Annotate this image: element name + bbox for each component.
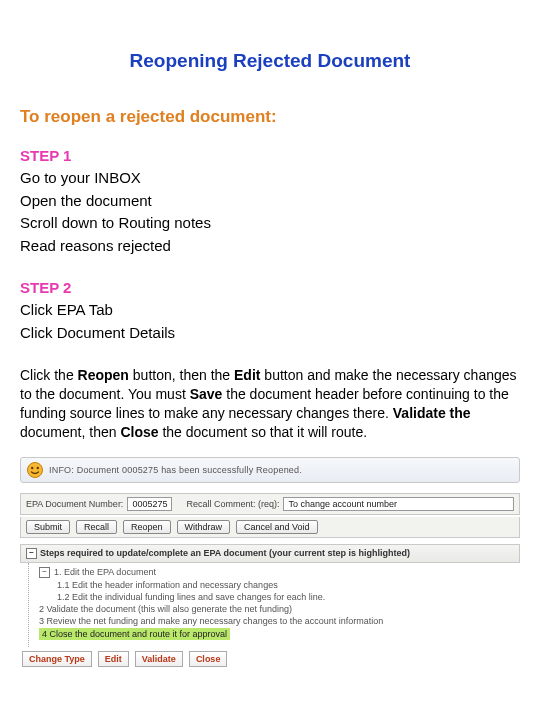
docnum-label: EPA Document Number: [26, 499, 123, 509]
validate-button[interactable]: Validate [135, 651, 183, 667]
step-1-label: STEP 1 [20, 147, 520, 164]
withdraw-button[interactable]: Withdraw [177, 520, 231, 534]
page-title: Reopening Rejected Document [20, 50, 520, 72]
tree-text: 1.1 Edit the header information and nece… [57, 580, 278, 590]
step-1-line: Open the document [20, 190, 520, 213]
step-2-line: Click Document Details [20, 322, 520, 345]
tree-text: 1.2 Edit the individual funding lines an… [57, 592, 325, 602]
step-1-line: Read reasons rejected [20, 235, 520, 258]
tree-item: 1.1 Edit the header information and nece… [57, 579, 520, 591]
para-text: the document so that it will route. [159, 424, 368, 440]
tree-text-highlight: 4 Close the document and route it for ap… [39, 628, 230, 640]
recall-button[interactable]: Recall [76, 520, 117, 534]
info-bar: INFO: Document 0005275 has been successf… [20, 457, 520, 483]
para-text: document, then [20, 424, 120, 440]
steps-tree: − 1. Edit the EPA document 1.1 Edit the … [28, 563, 520, 647]
form-row-docnum: EPA Document Number: 0005275 Recall Comm… [20, 493, 520, 515]
para-bold: Validate the [393, 405, 471, 421]
close-button[interactable]: Close [189, 651, 228, 667]
smiley-icon [27, 462, 43, 478]
tree-item-highlighted: 4 Close the document and route it for ap… [39, 627, 520, 641]
step-1-line: Go to your INBOX [20, 167, 520, 190]
instruction-paragraph: Click the Reopen button, then the Edit b… [20, 366, 520, 442]
screenshot-mock: INFO: Document 0005275 has been successf… [20, 457, 520, 667]
tree-text: 1. Edit the EPA document [54, 567, 156, 577]
tree-item: 3 Review the net funding and make any ne… [39, 615, 520, 627]
bottom-button-row: Change Type Edit Validate Close [20, 647, 520, 667]
para-text: Click the [20, 367, 78, 383]
recall-label: Recall Comment: (req): [186, 499, 279, 509]
steps-header-text: Steps required to update/complete an EPA… [40, 548, 410, 558]
step-1-line: Scroll down to Routing notes [20, 212, 520, 235]
docnum-field[interactable]: 0005275 [127, 497, 172, 511]
tree-text: 2 Validate the document (this will also … [39, 604, 292, 614]
tree-item: − 1. Edit the EPA document [39, 566, 520, 579]
cancel-void-button[interactable]: Cancel and Void [236, 520, 318, 534]
svg-point-2 [37, 466, 39, 468]
button-row: Submit Recall Reopen Withdraw Cancel and… [20, 517, 520, 538]
tree-item: 1.2 Edit the individual funding lines an… [57, 591, 520, 603]
collapse-icon[interactable]: − [39, 567, 50, 578]
svg-point-1 [31, 466, 33, 468]
collapse-icon[interactable]: − [26, 548, 37, 559]
reopen-button[interactable]: Reopen [123, 520, 171, 534]
steps-header: − Steps required to update/complete an E… [20, 544, 520, 563]
info-text: INFO: Document 0005275 has been successf… [49, 465, 302, 475]
submit-button[interactable]: Submit [26, 520, 70, 534]
para-bold: Save [190, 386, 223, 402]
tree-item: 2 Validate the document (this will also … [39, 603, 520, 615]
step-2-block: STEP 2 Click EPA Tab Click Document Deta… [20, 279, 520, 344]
para-text: button, then the [129, 367, 234, 383]
svg-point-0 [28, 462, 43, 477]
change-type-button[interactable]: Change Type [22, 651, 92, 667]
step-2-label: STEP 2 [20, 279, 520, 296]
step-1-block: STEP 1 Go to your INBOX Open the documen… [20, 147, 520, 257]
section-subtitle: To reopen a rejected document: [20, 107, 520, 127]
step-2-line: Click EPA Tab [20, 299, 520, 322]
para-bold: Reopen [78, 367, 129, 383]
tree-text: 3 Review the net funding and make any ne… [39, 616, 383, 626]
edit-button[interactable]: Edit [98, 651, 129, 667]
para-bold: Edit [234, 367, 260, 383]
para-bold: Close [120, 424, 158, 440]
recall-field[interactable]: To change account number [283, 497, 514, 511]
